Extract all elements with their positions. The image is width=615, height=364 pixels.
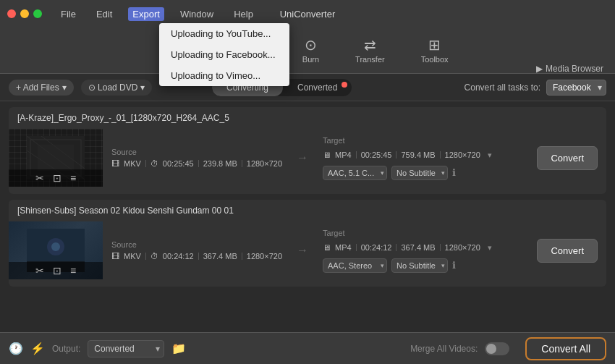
traffic-lights <box>7 9 42 18</box>
toggle-knob <box>486 344 496 354</box>
toolbar-burn[interactable]: ⊙ Burn <box>295 35 326 67</box>
source-resolution: 1280×720 <box>247 252 282 261</box>
history-icon[interactable]: 🕐 <box>9 342 23 355</box>
target-size: 367.4 MB <box>401 243 435 252</box>
toolbar-toolbox[interactable]: ⊞ Toolbox <box>414 35 456 67</box>
file-body: ✂ ⊡ ≡ Source 🎞 MKV ⏱ 00:25:45 239.8 MB 1… <box>9 129 606 194</box>
target-label: Target <box>323 136 528 145</box>
source-info: Source 🎞 MKV ⏱ 00:24:12 367.4 MB 1280×72… <box>111 240 282 261</box>
convert-button[interactable]: Convert <box>537 146 598 170</box>
export-youtube[interactable]: Uploading to YouTube... <box>159 23 289 44</box>
source-info: Source 🎞 MKV ⏱ 00:25:45 239.8 MB 1280×72… <box>111 148 282 168</box>
source-format: MKV <box>124 159 141 168</box>
subtitle-select[interactable]: No Subtitle Subtitle <box>391 258 448 273</box>
meta-separator <box>242 160 242 167</box>
target-size: 759.4 MB <box>401 151 435 159</box>
menu-edit[interactable]: Edit <box>92 7 116 21</box>
platform-select-wrapper: Facebook YouTube Vimeo <box>546 80 606 96</box>
menu-icon[interactable]: ≡ <box>70 172 76 184</box>
audio-select-wrapper: AAC, 5.1 C... AAC, Stereo <box>323 166 387 180</box>
target-meta: 🖥 MP4 00:25:45 759.4 MB 1280×720 ▾ <box>323 151 528 160</box>
bottom-bar: 🕐 ⚡ Output: Converted Source Folder Desk… <box>0 332 615 364</box>
content-area: [A-Kraze]_Ergo_Proxy_-_01_[1280x720_H264… <box>0 101 615 332</box>
source-label: Source <box>111 148 282 156</box>
thumbnail-overlay: ✂ ⊡ ≡ <box>9 262 103 279</box>
convert-all-tasks-label: Convert all tasks to: <box>465 82 540 93</box>
output-label: Output: <box>52 344 80 354</box>
merge-toggle[interactable] <box>485 342 509 355</box>
source-size: 239.8 MB <box>203 159 237 168</box>
scissors-icon[interactable]: ✂ <box>35 265 44 276</box>
file-item: [Shinsen-Subs] Season 02 Kidou Senshi Gu… <box>9 200 606 287</box>
audio-select-wrapper: AAC, Stereo AAC, 5.1 C... <box>323 258 387 273</box>
tab-converted[interactable]: Converted <box>283 79 352 96</box>
arrow-icon: → <box>297 151 308 164</box>
toolbar-toolbox-label: Toolbox <box>421 55 449 64</box>
meta-separator <box>242 253 242 260</box>
export-dropdown: Uploading to YouTube... Uploading to Fac… <box>159 23 289 86</box>
info-button[interactable]: ℹ <box>452 260 456 271</box>
target-duration: 00:24:12 <box>361 243 392 252</box>
menu-window[interactable]: Window <box>176 7 218 21</box>
burn-icon: ⊙ <box>305 38 317 52</box>
maximize-button[interactable] <box>33 9 42 18</box>
convert-all-tasks: Convert all tasks to: Facebook YouTube V… <box>465 80 606 96</box>
subtitle-select-wrapper: No Subtitle Subtitle <box>391 166 448 180</box>
converted-badge <box>342 82 347 88</box>
close-button[interactable] <box>7 9 16 18</box>
convert-button[interactable]: Convert <box>537 239 598 263</box>
target-controls: AAC, Stereo AAC, 5.1 C... No Subtitle Su… <box>323 258 528 273</box>
target-info: Target 🖥 MP4 00:24:12 367.4 MB 1280×720 … <box>323 229 528 273</box>
target-format-dropdown-icon[interactable]: ▾ <box>488 151 492 160</box>
toolbox-icon: ⊞ <box>428 38 441 52</box>
file-title: [Shinsen-Subs] Season 02 Kidou Senshi Gu… <box>9 200 606 221</box>
menu-export[interactable]: Export <box>128 7 164 21</box>
platform-select[interactable]: Facebook YouTube Vimeo <box>546 80 606 96</box>
convert-all-button[interactable]: Convert All <box>525 337 606 360</box>
app-title: UniConverter <box>280 9 336 20</box>
minimize-button[interactable] <box>20 9 29 18</box>
add-files-button[interactable]: + Add Files ▾ <box>9 80 74 96</box>
audio-select[interactable]: AAC, 5.1 C... AAC, Stereo <box>323 166 387 180</box>
export-vimeo[interactable]: Uploading to Vimeo... <box>159 65 289 86</box>
menubar: File Edit Export Window Help <box>56 7 258 21</box>
folder-icon[interactable]: 📁 <box>171 342 186 355</box>
target-duration: 00:25:45 <box>361 151 392 159</box>
menu-icon[interactable]: ≡ <box>70 265 76 276</box>
source-size: 367.4 MB <box>203 252 237 261</box>
source-label: Source <box>111 240 282 249</box>
media-browser-btn[interactable]: ▶ Media Browser <box>536 64 603 74</box>
action-bar: + Add Files ▾ ⊙ Load DVD ▾ Converting Co… <box>0 74 615 101</box>
file-body: ✂ ⊡ ≡ Source 🎞 MKV ⏱ 00:24:12 367.4 MB 1… <box>9 221 606 287</box>
source-duration: 00:24:12 <box>163 252 194 261</box>
source-format: MKV <box>124 252 141 261</box>
crop-icon[interactable]: ⊡ <box>53 172 62 184</box>
audio-select[interactable]: AAC, Stereo AAC, 5.1 C... <box>323 258 387 273</box>
target-controls: AAC, 5.1 C... AAC, Stereo No Subtitle Su… <box>323 166 528 180</box>
menu-file[interactable]: File <box>56 7 80 21</box>
media-browser-icon: ▶ <box>536 64 543 74</box>
output-select[interactable]: Converted Source Folder Desktop Custom <box>88 340 164 357</box>
load-dvd-button[interactable]: ⊙ Load DVD ▾ <box>81 80 153 96</box>
subtitle-select[interactable]: No Subtitle Subtitle <box>391 166 448 180</box>
tab-converted-label: Converted <box>297 82 337 93</box>
arrow-icon: → <box>297 244 308 257</box>
source-meta: 🎞 MKV ⏱ 00:24:12 367.4 MB 1280×720 <box>111 252 282 261</box>
source-resolution: 1280×720 <box>247 159 282 168</box>
toolbar-transfer[interactable]: ⇄ Transfer <box>348 35 392 67</box>
target-format-dropdown-icon[interactable]: ▾ <box>488 243 492 253</box>
source-format-icon: 🎞 <box>111 252 119 261</box>
accelerate-icon[interactable]: ⚡ <box>30 342 45 355</box>
export-facebook[interactable]: Uploading to Facebook... <box>159 44 289 65</box>
thumbnail-overlay: ✂ ⊡ ≡ <box>9 169 103 187</box>
scissors-icon[interactable]: ✂ <box>35 172 44 184</box>
crop-icon[interactable]: ⊡ <box>53 265 62 276</box>
meta-separator <box>145 253 146 260</box>
menu-help[interactable]: Help <box>229 7 258 21</box>
source-meta: 🎞 MKV ⏱ 00:25:45 239.8 MB 1280×720 <box>111 159 282 168</box>
thumbnail: ✂ ⊡ ≡ <box>9 221 103 279</box>
toolbar: ⬇ Convert ⬇ Download ⊙ Burn ⇄ Transfer ⊞… <box>0 27 615 74</box>
info-button[interactable]: ℹ <box>452 167 456 178</box>
add-files-dropdown-icon: ▾ <box>62 82 67 93</box>
output-select-wrapper: Converted Source Folder Desktop Custom <box>88 340 164 357</box>
